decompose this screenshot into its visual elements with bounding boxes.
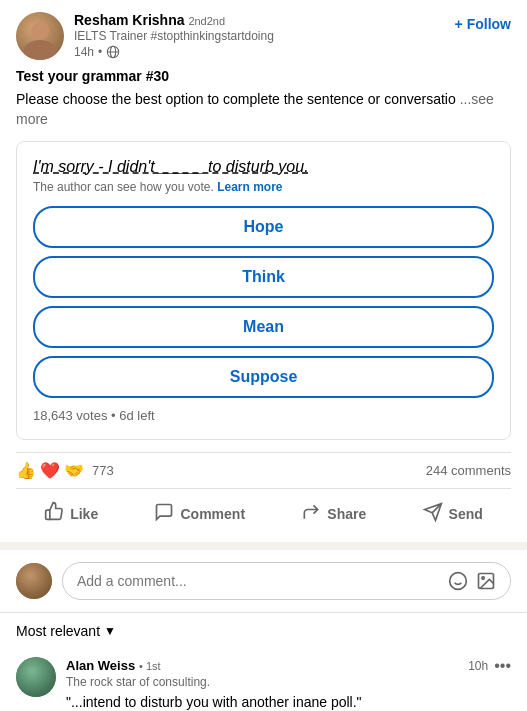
like-label: Like bbox=[70, 506, 98, 522]
poll-option-think[interactable]: Think bbox=[33, 256, 494, 298]
author-info: Resham Krishna 2nd2nd IELTS Trainer #sto… bbox=[74, 12, 274, 59]
post-title: Test your grammar #30 bbox=[16, 68, 511, 84]
connection-badge: 2nd bbox=[188, 15, 206, 27]
comment-time: 10h bbox=[468, 659, 488, 673]
poll-container: I'm sorry - I didn't _____ to disturb yo… bbox=[16, 141, 511, 440]
author-subtitle: IELTS Trainer #stopthinkingstartdoing bbox=[74, 29, 274, 43]
send-icon bbox=[423, 502, 443, 525]
reaction-heart-icon: ❤️ bbox=[40, 461, 60, 480]
svg-point-5 bbox=[450, 573, 467, 590]
send-label: Send bbox=[449, 506, 483, 522]
share-button[interactable]: Share bbox=[289, 494, 378, 533]
like-button[interactable]: Like bbox=[32, 493, 110, 534]
commenter-avatar bbox=[16, 563, 52, 599]
comment-author-info: Alan Weiss • 1st bbox=[66, 657, 161, 673]
comment-input-wrapper bbox=[62, 562, 511, 600]
post-header: Resham Krishna 2nd2nd IELTS Trainer #sto… bbox=[16, 12, 511, 60]
comment-item: Alan Weiss • 1st 10h ••• The rock star o… bbox=[16, 657, 511, 711]
post-header-left: Resham Krishna 2nd2nd IELTS Trainer #sto… bbox=[16, 12, 274, 60]
poll-option-hope[interactable]: Hope bbox=[33, 206, 494, 248]
comment-connection: • 1st bbox=[139, 660, 161, 672]
poll-stats: 18,643 votes • 6d left bbox=[33, 408, 494, 423]
author-name-text: Resham Krishna bbox=[74, 12, 184, 28]
comment-bubble-alan: Alan Weiss • 1st 10h ••• The rock star o… bbox=[66, 657, 511, 711]
dot-separator: • bbox=[98, 45, 102, 59]
emoji-button[interactable] bbox=[448, 571, 468, 591]
learn-more-link[interactable]: Learn more bbox=[217, 180, 282, 194]
comment-avatar-alan bbox=[16, 657, 56, 697]
share-label: Share bbox=[327, 506, 366, 522]
filter-dropdown-arrow: ▼ bbox=[104, 624, 116, 638]
most-relevant-filter[interactable]: Most relevant ▼ bbox=[0, 613, 527, 649]
share-icon bbox=[301, 502, 321, 525]
comment-text: "...intend to disturb you with another i… bbox=[66, 693, 511, 711]
comment-input-area bbox=[0, 550, 527, 613]
poll-question: I'm sorry - I didn't _____ to disturb yo… bbox=[33, 158, 494, 176]
reaction-like-icon: 👍 bbox=[16, 461, 36, 480]
comment-input[interactable] bbox=[77, 573, 448, 589]
comment-meta: 10h ••• bbox=[468, 657, 511, 675]
reaction-handshake-icon: 🤝 bbox=[64, 461, 84, 480]
post-container: Resham Krishna 2nd2nd IELTS Trainer #sto… bbox=[0, 0, 527, 550]
comment-more-button[interactable]: ••• bbox=[494, 657, 511, 675]
send-button[interactable]: Send bbox=[411, 494, 495, 533]
comment-header: Alan Weiss • 1st 10h ••• bbox=[66, 657, 511, 675]
author-avatar bbox=[16, 12, 64, 60]
reactions-row: 👍 ❤️ 🤝 773 244 comments bbox=[16, 452, 511, 488]
comment-icon bbox=[154, 502, 174, 525]
comment-icons bbox=[448, 571, 496, 591]
globe-icon bbox=[106, 45, 120, 59]
image-button[interactable] bbox=[476, 571, 496, 591]
reaction-count: 773 bbox=[92, 463, 114, 478]
post-description: Please choose the best option to complet… bbox=[16, 90, 511, 129]
connection-degree: 2nd bbox=[207, 15, 225, 27]
comments-count[interactable]: 244 comments bbox=[426, 463, 511, 478]
poll-note-text: The author can see how you vote. bbox=[33, 180, 214, 194]
post-time-text: 14h bbox=[74, 45, 94, 59]
poll-votes: 18,643 votes bbox=[33, 408, 107, 423]
like-icon bbox=[44, 501, 64, 526]
poll-option-mean[interactable]: Mean bbox=[33, 306, 494, 348]
poll-time-left: 6d left bbox=[119, 408, 154, 423]
poll-question-text: I'm sorry - I didn't _____ to disturb yo… bbox=[33, 158, 309, 175]
comment-author-name: Alan Weiss bbox=[66, 658, 135, 673]
filter-label: Most relevant bbox=[16, 623, 100, 639]
follow-button[interactable]: + Follow bbox=[455, 12, 511, 36]
post-time: 14h • bbox=[74, 45, 274, 59]
poll-note: The author can see how you vote. Learn m… bbox=[33, 180, 494, 194]
comment-section: Alan Weiss • 1st 10h ••• The rock star o… bbox=[0, 649, 527, 711]
post-description-text: Please choose the best option to complet… bbox=[16, 91, 456, 107]
comment-label: Comment bbox=[180, 506, 245, 522]
svg-point-9 bbox=[482, 577, 485, 580]
comment-subtitle: The rock star of consulting. bbox=[66, 675, 511, 689]
action-bar: Like Comment Share bbox=[16, 488, 511, 542]
reactions-left: 👍 ❤️ 🤝 773 bbox=[16, 461, 114, 480]
poll-option-suppose[interactable]: Suppose bbox=[33, 356, 494, 398]
comment-button[interactable]: Comment bbox=[142, 494, 257, 533]
author-name: Resham Krishna 2nd2nd bbox=[74, 12, 274, 28]
